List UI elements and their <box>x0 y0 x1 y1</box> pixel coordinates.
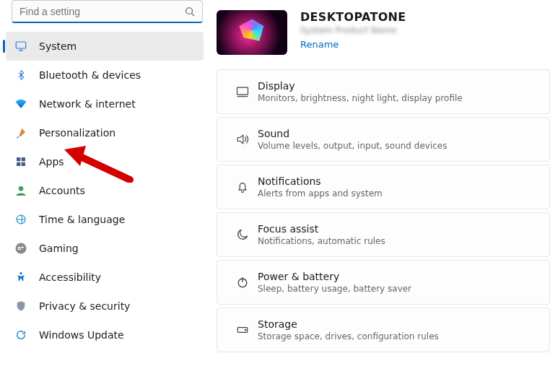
display-icon <box>227 84 258 99</box>
nav-item-network[interactable]: Network & internet <box>6 90 204 118</box>
nav-label: Apps <box>27 156 64 167</box>
device-subtitle: System Product Name <box>300 25 406 35</box>
nav-label: Network & internet <box>27 98 136 110</box>
svg-point-12 <box>19 272 22 274</box>
card-title: Power & battery <box>258 271 538 282</box>
card-display[interactable]: Display Monitors, brightness, night ligh… <box>217 69 550 114</box>
sound-icon <box>227 132 258 147</box>
nav-item-time[interactable]: Time & language <box>6 205 204 234</box>
nav-item-apps[interactable]: Apps <box>6 147 204 176</box>
card-subtitle: Sleep, battery usage, battery saver <box>258 284 538 294</box>
search-icon <box>185 6 195 17</box>
svg-line-1 <box>192 13 195 16</box>
nav-label: Privacy & security <box>27 300 130 312</box>
search-input[interactable] <box>12 1 202 22</box>
wifi-icon <box>14 97 27 110</box>
brush-icon <box>14 126 27 139</box>
nav-label: Bluetooth & devices <box>27 69 141 81</box>
card-title: Focus assist <box>258 223 538 235</box>
nav-item-accessibility[interactable]: Accessibility <box>6 263 204 292</box>
storage-icon <box>227 323 258 337</box>
nav-label: Time & language <box>27 214 125 225</box>
svg-rect-8 <box>22 162 25 166</box>
system-icon <box>14 40 27 53</box>
nav-label: Accounts <box>27 185 85 196</box>
card-subtitle: Volume levels, output, input, sound devi… <box>258 141 538 151</box>
nav-item-personalization[interactable]: Personalization <box>6 118 204 147</box>
power-icon <box>227 275 258 289</box>
device-header: DESKTOPATONE System Product Name Rename <box>217 0 550 69</box>
gaming-icon <box>14 242 27 255</box>
update-icon <box>14 328 27 341</box>
nav-item-system[interactable]: System <box>6 32 204 61</box>
bell-icon <box>227 180 258 194</box>
nav-item-accounts[interactable]: Accounts <box>6 176 204 205</box>
settings-main: DESKTOPATONE System Product Name Rename … <box>217 0 550 392</box>
svg-rect-6 <box>22 157 25 161</box>
apps-icon <box>14 155 27 168</box>
nav-label: Windows Update <box>27 329 124 341</box>
svg-point-11 <box>16 243 27 254</box>
accounts-icon <box>14 184 27 197</box>
card-title: Storage <box>258 318 538 330</box>
nav-item-privacy[interactable]: Privacy & security <box>6 292 204 321</box>
svg-rect-5 <box>17 157 20 161</box>
nav-item-bluetooth[interactable]: Bluetooth & devices <box>6 61 204 90</box>
nav-label: Personalization <box>27 127 115 139</box>
clock-globe-icon <box>14 213 27 226</box>
card-subtitle: Monitors, brightness, night light, displ… <box>258 93 538 103</box>
card-title: Display <box>258 80 538 92</box>
device-info: DESKTOPATONE System Product Name Rename <box>300 10 406 55</box>
card-subtitle: Notifications, automatic rules <box>258 236 538 246</box>
search-box[interactable] <box>12 0 203 23</box>
card-subtitle: Alerts from apps and system <box>258 188 538 199</box>
accessibility-icon <box>14 271 27 284</box>
card-focus[interactable]: Focus assist Notifications, automatic ru… <box>217 212 550 257</box>
card-storage[interactable]: Storage Storage space, drives, configura… <box>217 308 550 352</box>
card-title: Sound <box>258 128 538 139</box>
nav-item-update[interactable]: Windows Update <box>6 321 204 349</box>
search-container <box>0 0 211 29</box>
card-power[interactable]: Power & battery Sleep, battery usage, ba… <box>217 260 550 305</box>
settings-cards: Display Monitors, brightness, night ligh… <box>217 69 550 352</box>
card-notifications[interactable]: Notifications Alerts from apps and syste… <box>217 165 550 209</box>
svg-rect-2 <box>16 42 26 48</box>
bluetooth-icon <box>14 69 27 82</box>
svg-rect-7 <box>17 162 20 166</box>
shield-icon <box>14 300 27 313</box>
rename-link[interactable]: Rename <box>300 39 339 50</box>
svg-rect-13 <box>237 87 248 95</box>
svg-point-18 <box>245 329 246 331</box>
device-wallpaper-thumb <box>217 10 287 55</box>
svg-point-9 <box>19 186 24 191</box>
nav-item-gaming[interactable]: Gaming <box>6 234 204 263</box>
device-name: DESKTOPATONE <box>300 10 406 24</box>
card-sound[interactable]: Sound Volume levels, output, input, soun… <box>217 117 550 162</box>
moon-icon <box>227 227 258 242</box>
card-title: Notifications <box>258 175 538 187</box>
card-subtitle: Storage space, drives, configuration rul… <box>258 331 538 341</box>
nav-label: System <box>27 40 77 52</box>
nav-list: System Bluetooth & devices Network & int… <box>0 29 211 349</box>
nav-label: Accessibility <box>27 271 101 283</box>
nav-label: Gaming <box>27 243 79 254</box>
svg-point-0 <box>186 7 193 14</box>
settings-sidebar: System Bluetooth & devices Network & int… <box>0 0 217 392</box>
